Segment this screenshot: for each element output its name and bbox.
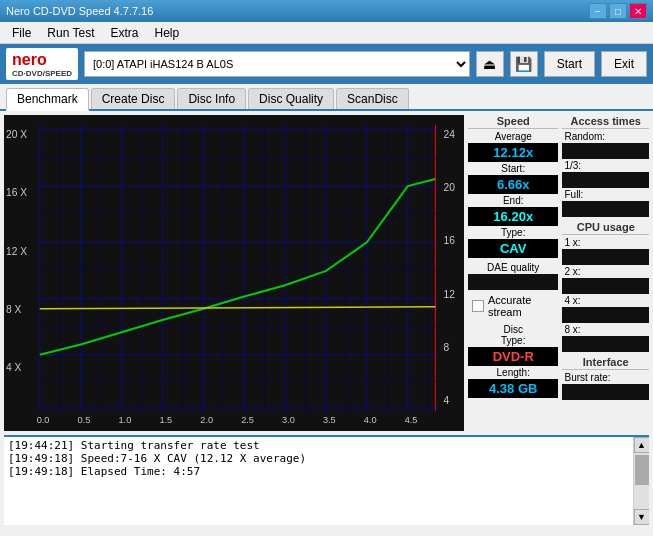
accurate-label: Accurate — [488, 294, 531, 306]
log-area: [19:44:21] Starting transfer rate test [… — [4, 435, 649, 525]
svg-text:20 X: 20 X — [6, 129, 27, 140]
log-scrollbar: ▲ ▼ — [633, 437, 649, 525]
start-label: Start: — [468, 163, 558, 174]
full-label: Full: — [562, 189, 649, 200]
chart-area: 20 X 16 X 12 X 8 X 4 X 24 20 16 12 8 4 — [4, 115, 464, 431]
tab-scandisc[interactable]: ScanDisc — [336, 88, 409, 109]
menu-extra[interactable]: Extra — [102, 22, 146, 43]
svg-text:4.5: 4.5 — [405, 415, 418, 425]
svg-text:12: 12 — [444, 289, 456, 300]
svg-text:8 X: 8 X — [6, 304, 22, 315]
menubar: File Run Test Extra Help — [0, 22, 653, 44]
chart-svg: 20 X 16 X 12 X 8 X 4 X 24 20 16 12 8 4 — [4, 115, 464, 431]
start-button[interactable]: Start — [544, 51, 595, 77]
log-scroll-up[interactable]: ▲ — [634, 437, 650, 453]
svg-text:3.5: 3.5 — [323, 415, 336, 425]
log-content: [19:44:21] Starting transfer rate test [… — [4, 437, 633, 525]
tab-disc-quality[interactable]: Disc Quality — [248, 88, 334, 109]
svg-text:4: 4 — [444, 395, 450, 406]
end-label: End: — [468, 195, 558, 206]
titlebar: Nero CD-DVD Speed 4.7.7.16 − □ ✕ — [0, 0, 653, 22]
maximize-button[interactable]: □ — [609, 3, 627, 19]
window-controls: − □ ✕ — [589, 3, 647, 19]
close-button[interactable]: ✕ — [629, 3, 647, 19]
log-entry-0: [19:44:21] Starting transfer rate test — [8, 439, 629, 452]
log-scroll-thumb — [635, 455, 649, 485]
svg-text:4 X: 4 X — [6, 362, 22, 373]
menu-file[interactable]: File — [4, 22, 39, 43]
cpu-8x-value — [562, 336, 649, 352]
access-title: Access times — [562, 115, 649, 129]
nero-logo-sub: CD·DVD/SPEED — [12, 69, 72, 78]
svg-text:16 X: 16 X — [6, 187, 27, 198]
tab-disc-info[interactable]: Disc Info — [177, 88, 246, 109]
tab-create-disc[interactable]: Create Disc — [91, 88, 176, 109]
cpu-2x-label: 2 x: — [562, 266, 649, 277]
speed-section: Speed Average 12.12x Start: 6.66x End: 1… — [468, 115, 558, 401]
disc-type-value: DVD-R — [468, 347, 558, 366]
svg-text:1.0: 1.0 — [118, 415, 131, 425]
random-label: Random: — [562, 131, 649, 142]
type-value: CAV — [468, 239, 558, 258]
tab-benchmark[interactable]: Benchmark — [6, 88, 89, 111]
svg-text:3.0: 3.0 — [282, 415, 295, 425]
cpu-1x-label: 1 x: — [562, 237, 649, 248]
toolbar: nero CD·DVD/SPEED [0:0] ATAPI iHAS124 B … — [0, 44, 653, 84]
log-entry-2: [19:49:18] Elapsed Time: 4:57 — [8, 465, 629, 478]
cpu-title: CPU usage — [562, 221, 649, 235]
tab-bar: Benchmark Create Disc Disc Info Disc Qua… — [0, 84, 653, 111]
svg-text:16: 16 — [444, 235, 456, 246]
log-scroll-down[interactable]: ▼ — [634, 509, 650, 525]
average-label: Average — [468, 131, 558, 142]
svg-text:2.0: 2.0 — [200, 415, 213, 425]
disc-type-sub-label: Type: — [468, 335, 558, 346]
svg-text:24: 24 — [444, 129, 456, 140]
log-entry-1: [19:49:18] Speed:7-16 X CAV (12.12 X ave… — [8, 452, 629, 465]
burst-label: Burst rate: — [562, 372, 649, 383]
dae-label: DAE quality — [468, 262, 558, 273]
exit-button[interactable]: Exit — [601, 51, 647, 77]
interface-title: Interface — [562, 356, 649, 370]
dae-value-box — [468, 274, 558, 290]
nero-logo-text: nero — [12, 51, 72, 69]
minimize-button[interactable]: − — [589, 3, 607, 19]
svg-text:8: 8 — [444, 342, 450, 353]
disc-type-section-label: Disc — [468, 324, 558, 335]
length-label: Length: — [468, 367, 558, 378]
speed-title: Speed — [468, 115, 558, 129]
start-value: 6.66x — [468, 175, 558, 194]
svg-rect-0 — [4, 120, 464, 427]
accurate-stream-row: Accurate stream — [468, 292, 558, 320]
cpu-1x-value — [562, 249, 649, 265]
accurate-stream-checkbox[interactable] — [472, 300, 484, 312]
menu-help[interactable]: Help — [147, 22, 188, 43]
drive-select[interactable]: [0:0] ATAPI iHAS124 B AL0S — [84, 51, 470, 77]
access-section: Access times Random: 1/3: Full: CPU usag… — [562, 115, 649, 401]
right-panel: Speed Average 12.12x Start: 6.66x End: 1… — [468, 111, 653, 435]
svg-text:20: 20 — [444, 182, 456, 193]
one-third-label: 1/3: — [562, 160, 649, 171]
end-value: 16.20x — [468, 207, 558, 226]
svg-text:12 X: 12 X — [6, 246, 27, 257]
eject-button[interactable]: ⏏ — [476, 51, 504, 77]
average-value: 12.12x — [468, 143, 558, 162]
svg-text:2.5: 2.5 — [241, 415, 254, 425]
menu-run-test[interactable]: Run Test — [39, 22, 102, 43]
full-value — [562, 201, 649, 217]
cpu-2x-value — [562, 278, 649, 294]
svg-text:1.5: 1.5 — [159, 415, 172, 425]
svg-text:4.0: 4.0 — [364, 415, 377, 425]
cpu-8x-label: 8 x: — [562, 324, 649, 335]
random-value — [562, 143, 649, 159]
stream-label: stream — [488, 306, 531, 318]
type-label: Type: — [468, 227, 558, 238]
svg-text:0.5: 0.5 — [78, 415, 91, 425]
one-third-value — [562, 172, 649, 188]
burst-value — [562, 384, 649, 400]
save-button[interactable]: 💾 — [510, 51, 538, 77]
app-title: Nero CD-DVD Speed 4.7.7.16 — [6, 5, 153, 17]
nero-logo: nero CD·DVD/SPEED — [6, 48, 78, 80]
log-scroll-track[interactable] — [634, 453, 649, 509]
cpu-4x-value — [562, 307, 649, 323]
svg-text:0.0: 0.0 — [37, 415, 50, 425]
